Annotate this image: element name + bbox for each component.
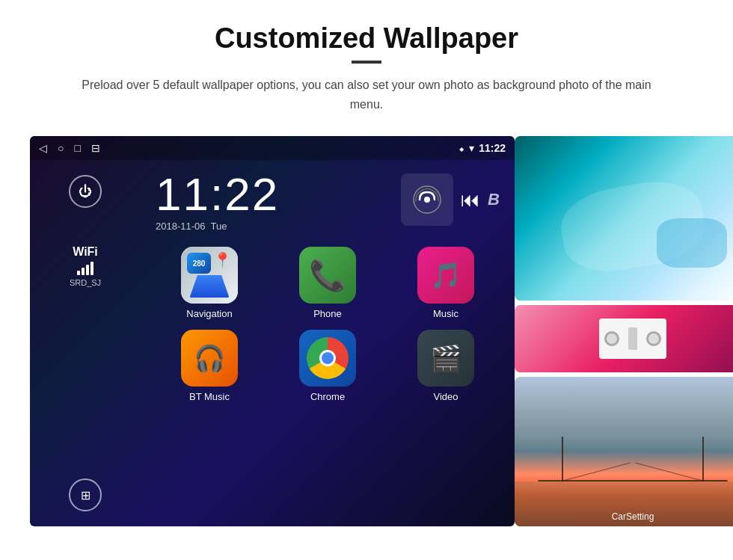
media-icons: ⏮ B [401, 173, 500, 226]
power-icon: ⏻ [79, 184, 92, 200]
wifi-info: WiFi SRD_SJ [70, 245, 101, 287]
status-bar: ◁ ○ □ ⊟ ⬥ ▾ 11:22 [30, 136, 515, 160]
radio-icon [412, 185, 442, 215]
android-screen: ◁ ○ □ ⊟ ⬥ ▾ 11:22 ⏻ WiFi [30, 136, 515, 526]
wifi-ssid: SRD_SJ [70, 278, 101, 287]
clock-area: 11:22 2018-11-06 Tue [156, 167, 500, 232]
next-letter-button[interactable]: B [488, 190, 500, 209]
wifi-bar-3 [86, 265, 89, 275]
home-icon[interactable]: ○ [58, 142, 64, 154]
location-icon: ⬥ [458, 142, 464, 154]
status-time: 11:22 [479, 142, 506, 154]
wifi-bar-2 [82, 268, 85, 275]
prev-track-button[interactable]: ⏮ [461, 188, 480, 212]
app-video[interactable]: 🎬 Video [392, 330, 500, 402]
wallpaper-ice[interactable] [515, 136, 733, 301]
wifi-status-icon: ▾ [469, 142, 474, 154]
chrome-center [319, 350, 336, 366]
nav-location-pin: 📍 [213, 251, 232, 269]
video-glyph: 🎬 [430, 343, 461, 373]
music-icon: 🎵 [417, 247, 474, 304]
status-left: ◁ ○ □ ⊟ [39, 142, 100, 154]
app-chrome-label: Chrome [310, 391, 345, 402]
nav-shield: 280 [187, 253, 211, 274]
wallpaper-bridge[interactable]: CarSetting [515, 377, 733, 526]
screen-main: 11:22 2018-11-06 Tue [141, 160, 515, 526]
app-chrome[interactable]: Chrome [274, 330, 381, 402]
page-title: Customized Wallpaper [215, 22, 518, 55]
wifi-label: WiFi [70, 245, 101, 259]
app-music[interactable]: 🎵 Music [392, 247, 500, 319]
navigation-icon: 280 📍 [181, 247, 238, 304]
clock-time: 11:22 [156, 167, 279, 221]
app-phone-label: Phone [313, 308, 342, 319]
chrome-icon [299, 330, 356, 387]
phone-icon: 📞 [299, 247, 356, 304]
video-icon: 🎬 [417, 330, 474, 387]
left-sidebar: ⏻ WiFi SRD_SJ ⊞ [30, 160, 141, 526]
app-video-label: Video [433, 391, 458, 402]
svg-point-1 [424, 197, 430, 203]
app-phone[interactable]: 📞 Phone [274, 247, 381, 319]
app-btmusic[interactable]: 🎧 BT Music [156, 330, 263, 402]
apps-icon: ⊞ [81, 488, 91, 502]
right-images: CarSetting [515, 136, 733, 526]
phone-glyph: 📞 [309, 258, 346, 293]
screenshot-icon[interactable]: ⊟ [91, 142, 100, 154]
music-glyph: 🎵 [430, 260, 461, 290]
bluetooth-glyph: 🎧 [194, 343, 225, 373]
page-subtitle: Preload over 5 default wallpaper options… [75, 76, 658, 114]
app-navigation[interactable]: 280 📍 Navigation [156, 247, 263, 319]
title-divider [352, 61, 381, 64]
power-button[interactable]: ⏻ [69, 175, 102, 208]
wallpaper-cassette[interactable] [515, 305, 733, 372]
apps-button[interactable]: ⊞ [69, 479, 102, 511]
media-icon-box [401, 173, 453, 226]
content-area: ◁ ○ □ ⊟ ⬥ ▾ 11:22 ⏻ WiFi [30, 136, 703, 526]
carsetting-label: CarSetting [612, 511, 654, 522]
back-icon[interactable]: ◁ [39, 142, 47, 154]
nav-road [189, 275, 229, 298]
recent-icon[interactable]: □ [74, 142, 80, 154]
status-right: ⬥ ▾ 11:22 [458, 142, 506, 154]
clock-details: 2018-11-06 Tue [156, 221, 279, 232]
btmusic-icon: 🎧 [181, 330, 238, 387]
app-navigation-label: Navigation [186, 308, 232, 319]
app-btmusic-label: BT Music [189, 391, 230, 402]
app-music-label: Music [433, 308, 458, 319]
chrome-wheel [307, 337, 349, 379]
wifi-bars [70, 262, 101, 275]
wifi-bar-1 [77, 271, 80, 275]
app-grid: 280 📍 Navigation 📞 Phone [156, 247, 500, 402]
wifi-bar-4 [91, 262, 93, 275]
